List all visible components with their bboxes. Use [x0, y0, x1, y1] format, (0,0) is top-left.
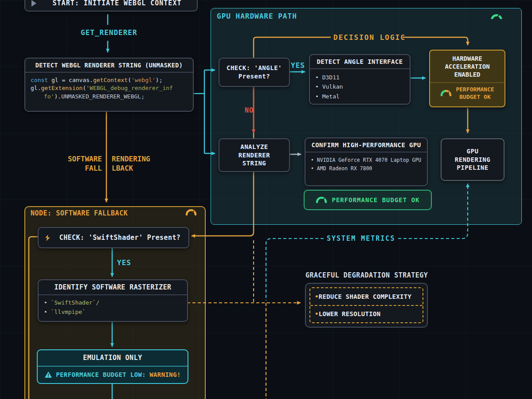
hw-line2: ACCELERATION [445, 63, 489, 70]
yes-label-1: YES [291, 61, 305, 70]
check-swiftshader-label: CHECK: 'SwiftShader' Present? [51, 234, 188, 242]
no-label: NO [245, 106, 254, 114]
gauge-icon [316, 196, 327, 204]
emulation-warning-text: PERFORMANCE BUDGET LOW: [56, 371, 146, 378]
code-token: 'webgl' [131, 77, 156, 83]
zap-icon [44, 234, 51, 242]
hw-badge-line2: BUDGET OK [456, 94, 494, 101]
flowchart-canvas: GPU HARDWARE PATH NODE: SOFTWARE FALLBAC… [0, 0, 532, 399]
code-token: UNMASKED_RENDERER_WEBGL; [61, 93, 145, 100]
code-block: const gl = canvas.getContext('webgl'); g… [25, 73, 193, 104]
start-node: START: INITIATE WEBGL CONTEXT [24, 0, 198, 12]
code-token: gl [51, 77, 62, 83]
fallback-edge-label-right: RENDERING LBACK [112, 154, 150, 173]
confirm-gpu-title: CONFIRM HIGH-PERFORMANCE GPU [305, 138, 427, 153]
code-token: getContext [93, 77, 128, 83]
code-line: fo').UNMASKED_RENDERER_WEBGL; [31, 93, 188, 101]
hw-line1: HARDWARE [452, 55, 482, 63]
pipeline-line3: PIPELINE [457, 164, 488, 172]
hw-perf-budget-chip: PERFORMANCE BUDGET OK [430, 83, 505, 104]
edge-get-renderer-label: GET_RENDERER [81, 28, 137, 37]
check-angle-node: CHECK: 'ANGLE' Present? [219, 58, 290, 87]
graceful-degradation-title: GRACEFUL DEGRADATION STRATEGY [305, 271, 428, 279]
code-token: . [58, 93, 61, 100]
hw-acceleration-node: HARDWARE ACCELERATION ENABLED PERFORMANC… [429, 50, 505, 107]
list-item: D3D11 [315, 73, 404, 82]
perf-budget-ok-label: PERFORMANCE BUDGET OK [332, 196, 419, 203]
hw-line3: ENABLED [454, 70, 480, 78]
emulation-warning-row: PERFORMANCE BUDGET LOW: WARNING! [38, 367, 188, 382]
list-item: Metal [315, 92, 404, 101]
hw-badge-line1: PERFORMANCE [456, 86, 494, 94]
list-item: AMD Radeon RX 7800 [311, 164, 422, 173]
detect-renderer-node: DETECT WEBGL RENDERER STRING (UNMASKED) … [24, 58, 194, 112]
code-line: gl.getExtension('WEBGL_debug_renderer_in… [31, 84, 188, 92]
code-token: = [62, 77, 69, 83]
gpu-pipeline-node: GPU RENDERING PIPELINE [441, 138, 505, 181]
detect-angle-title: DETECT ANGLE INTERFACE [310, 55, 410, 69]
code-token: . [90, 77, 93, 83]
code-token: fo' [44, 93, 54, 100]
list-item: LOWER RESOLUTION [310, 306, 422, 323]
fallback-label-line: FALL [48, 164, 102, 173]
check-angle-line2: Present? [239, 72, 270, 81]
code-token: canvas [69, 77, 90, 83]
analyze-line3: STRING [243, 159, 266, 168]
system-metrics-label: SYSTEM METRICS [327, 235, 395, 243]
code-token: gl [31, 85, 38, 91]
perf-budget-ok-badge: PERFORMANCE BUDGET OK [304, 190, 432, 210]
play-icon [31, 0, 37, 7]
identify-title: IDENTIFY SOFTWARE RASTERIZER [39, 280, 187, 295]
list-item: `llvmpipe` [44, 307, 182, 317]
fallback-label-line: RENDERING [112, 154, 150, 164]
gauge-icon [440, 89, 452, 98]
code-line: const gl = canvas.getContext('webgl'); [31, 76, 188, 84]
yes-label-2: YES [117, 258, 131, 267]
gauge-icon [185, 208, 197, 217]
fallback-label-line: SOFTWARE [48, 154, 102, 164]
gpu-panel-title: GPU HARDWARE PATH [217, 12, 297, 20]
detect-renderer-title: DETECT WEBGL RENDERER STRING (UNMASKED) [25, 59, 193, 73]
fallback-edge-label-left: SOFTWARE FALL [48, 154, 102, 173]
start-label: START: INITIATE WEBGL CONTEXT [53, 0, 182, 7]
analyze-line2: RENDERER [239, 151, 270, 160]
pipeline-line2: RENDERING [455, 156, 490, 164]
identify-rasterizer-node: IDENTIFY SOFTWARE RASTERIZER `SwiftShade… [38, 279, 188, 322]
code-token: ( [128, 77, 131, 83]
emulation-only-node: EMULATION ONLY PERFORMANCE BUDGET LOW: W… [37, 349, 188, 384]
list-item: Vulkan [315, 82, 404, 91]
code-token: getExtension [41, 85, 82, 91]
gauge-icon [490, 12, 503, 21]
sw-panel-title: NODE: SOFTWARE FALLBACK [31, 209, 128, 217]
analyze-line1: ANALYZE [240, 143, 268, 151]
check-angle-line1: CHECK: 'ANGLE' [227, 64, 282, 72]
emulation-warning-value: WARNING! [149, 371, 181, 378]
check-swiftshader-node: CHECK: 'SwiftShader' Present? [38, 227, 189, 248]
decision-logic-label: DECISION LOGIC [333, 33, 406, 42]
analyze-renderer-node: ANALYZE RENDERER STRING [219, 138, 290, 172]
detect-angle-node: DETECT ANGLE INTERFACE D3D11 Vulkan Meta… [309, 54, 411, 105]
emulation-title: EMULATION ONLY [38, 350, 188, 367]
list-item: `SwiftShader`/ [44, 298, 182, 307]
graceful-degradation-node: REDUCE SHADER COMPLEXITY LOWER RESOLUTIO… [305, 283, 428, 328]
code-token: 'WEBGL_debug_renderer_inf [86, 85, 173, 91]
fallback-label-line: LBACK [112, 164, 150, 173]
code-token: const [31, 77, 51, 83]
warning-icon [44, 371, 52, 378]
code-token: ); [156, 77, 163, 83]
confirm-gpu-node: CONFIRM HIGH-PERFORMANCE GPU NVIDIA GeFo… [305, 137, 428, 186]
pipeline-line1: GPU [467, 147, 479, 156]
list-item: NVIDIA GeForce RTX 4070 Laptop GPU [311, 156, 422, 164]
list-item: REDUCE SHADER COMPLEXITY [310, 288, 422, 306]
